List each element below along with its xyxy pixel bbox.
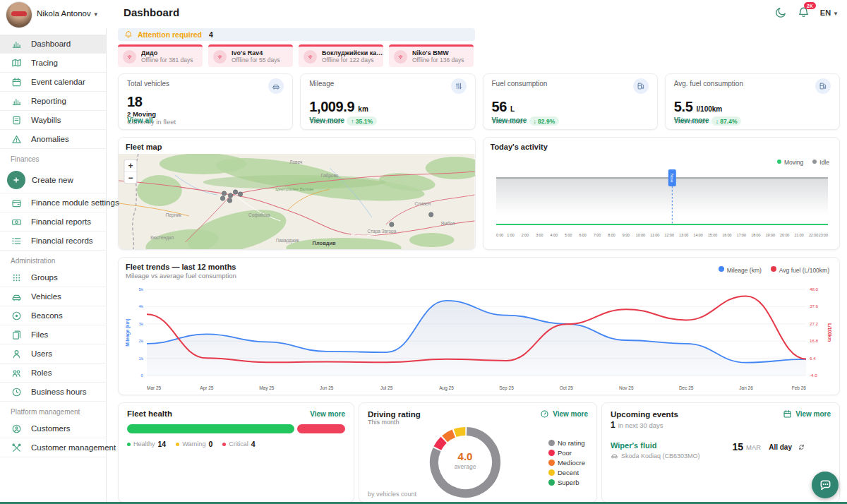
svg-text:Пловдив: Пловдив [313, 240, 336, 246]
sidebar-item-beacons[interactable]: Beacons [0, 306, 106, 325]
svg-text:6:00: 6:00 [579, 233, 586, 237]
calendar-icon [11, 76, 22, 88]
fleet-health-title: Fleet health [127, 409, 172, 418]
sidebar-item-vehicles[interactable]: Vehicles [0, 287, 106, 306]
sidebar-item-roles[interactable]: Roles [0, 364, 106, 383]
wifi-off-icon [304, 50, 317, 64]
svg-text:Mileage (km): Mileage (km) [125, 318, 131, 346]
svg-text:15:00: 15:00 [707, 233, 716, 237]
sidebar-item-users[interactable]: Users [0, 344, 106, 364]
bell-icon [124, 30, 133, 39]
sidebar-item-files[interactable]: Files [0, 325, 106, 344]
sidebar-item-create-new[interactable]: Create new [0, 167, 106, 193]
stat-link-view-more[interactable]: View more [492, 116, 527, 124]
svg-text:Apr 25: Apr 25 [200, 385, 214, 391]
wifi-off-icon [213, 50, 227, 64]
mileage-legend-dot [719, 266, 724, 272]
repeat-icon [798, 443, 805, 451]
rating-donut-chart: 4.0average [428, 426, 502, 499]
plus-icon [7, 171, 25, 189]
language-selector[interactable]: EN▼ [820, 8, 839, 17]
gauge-icon [540, 409, 549, 419]
svg-text:4k: 4k [138, 304, 143, 308]
sidebar-item-event-calendar[interactable]: Event calendar [0, 73, 106, 92]
svg-text:16.8: 16.8 [810, 338, 819, 343]
driving-rating-card: Driving rating View more This month 4.0a… [359, 402, 597, 503]
health-legend-critical: Critical4 [222, 440, 255, 448]
svg-text:6.4: 6.4 [810, 356, 816, 361]
sidebar-item-tracing[interactable]: Tracing [0, 54, 106, 73]
event-when: 15 MAR All day [733, 441, 806, 452]
sidebar-item-finance-module-settings[interactable]: Finance module settings [0, 193, 106, 212]
fleet-health-legend: Healthy14Warning0Critical4 [127, 440, 345, 448]
svg-text:Централен Балкан: Централен Балкан [275, 187, 314, 191]
attention-banner[interactable]: Attention required 4 [118, 28, 475, 41]
sidebar-section-label: Administration [0, 251, 106, 268]
mileage-icon [451, 78, 467, 94]
sidebar-section-label: Platform management [0, 402, 106, 419]
driving-rating-subtitle: This month [359, 419, 596, 426]
svg-text:17:00: 17:00 [736, 233, 745, 237]
svg-text:11:00: 11:00 [650, 233, 659, 237]
moving-legend-dot [777, 160, 781, 164]
sidebar-item-business-hours[interactable]: Business hours [0, 383, 106, 402]
svg-text:0:00: 0:00 [496, 233, 503, 237]
sidebar-item-anomalies[interactable]: Anomalies [0, 130, 106, 149]
event-title-link[interactable]: Wiper's fluid [611, 441, 700, 450]
car-icon [268, 78, 284, 94]
sidebar-item-financial-reports[interactable]: Financial reports [0, 212, 106, 232]
chevron-down-icon: ▼ [93, 11, 99, 18]
sidebar-item-financial-records[interactable]: Financial records [0, 232, 106, 251]
svg-text:Jun 25: Jun 25 [320, 385, 334, 390]
user-menu[interactable]: Nikola Antonov▼ [37, 9, 99, 18]
chat-fab-button[interactable] [812, 472, 839, 498]
svg-text:27.2: 27.2 [810, 321, 819, 326]
driving-rating-title: Driving rating [368, 410, 421, 419]
clock-icon [11, 386, 22, 397]
svg-text:Ловеч: Ловеч [289, 160, 302, 164]
fuel-icon [815, 78, 831, 94]
notifications-bell-icon[interactable]: 2K [798, 6, 810, 18]
dashboard-icon [11, 38, 22, 49]
alert-card-боклуджийски-камион[interactable]: Боклуджийски камионOffline for 122 days [299, 44, 383, 67]
svg-text:4:00: 4:00 [550, 233, 557, 237]
list-icon [11, 235, 22, 246]
wifi-off-icon [123, 50, 136, 64]
stat-link-view-more[interactable]: View more [309, 116, 344, 124]
upcoming-events-view-more-link[interactable]: View more [783, 409, 831, 419]
fleet-health-card: Fleet health View more Healthy14Warning0… [118, 402, 354, 503]
svg-text:Jan 26: Jan 26 [739, 385, 753, 390]
rating-legend-decent: Decent [548, 469, 585, 476]
event-vehicle: Skoda Kodiaq (CB6303MO) [611, 452, 700, 460]
sidebar-item-customer-management[interactable]: Customer management [0, 438, 106, 457]
driving-rating-view-more-link[interactable]: View more [540, 409, 588, 419]
user-avatar[interactable] [6, 1, 32, 28]
sidebar-item-groups[interactable]: Groups [0, 268, 106, 287]
sidebar-item-reporting[interactable]: Reporting [0, 92, 106, 111]
sidebar-item-waybills[interactable]: Waybills [0, 111, 106, 130]
alert-card-дидо[interactable]: ДидоOffline for 381 days [118, 44, 203, 67]
calendar-icon [783, 409, 792, 419]
svg-text:Габрово: Габрово [321, 173, 339, 179]
sidebar-section-label: Finances [0, 149, 106, 167]
svg-text:Oct 25: Oct 25 [560, 385, 574, 390]
svg-text:22:00: 22:00 [808, 233, 817, 237]
fleet-health-view-more-link[interactable]: View more [310, 410, 345, 418]
stat-card-fuel-consumption: Fuel consumption56 LThis month ↓ 82.9%Vi… [483, 73, 658, 130]
stat-link-view-more[interactable]: View more [674, 116, 709, 124]
svg-text:Софийска: Софийска [248, 212, 270, 218]
stat-link-view-all[interactable]: View all [127, 116, 153, 124]
svg-text:May 25: May 25 [259, 385, 275, 391]
svg-text:Пазарджик: Пазарджик [276, 238, 299, 244]
tools-icon [11, 442, 22, 453]
svg-text:14:00: 14:00 [693, 233, 702, 237]
fleet-map[interactable]: ЛовечГабровоПерникСофийскаКюстендилЦентр… [119, 154, 475, 250]
svg-text:Сливен: Сливен [414, 201, 431, 206]
sidebar-item-customers[interactable]: Customers [0, 419, 106, 438]
svg-text:+: + [128, 161, 133, 171]
alert-card-ivo-s-rav4[interactable]: Ivo's Rav4Offline for 55 days [208, 44, 293, 67]
sidebar-item-dashboard[interactable]: Dashboard [0, 35, 106, 54]
stat-card-total-vehicles: Total vehicles182 MovingCurrently in fle… [118, 73, 293, 130]
alert-card-niko-s-bmw[interactable]: Niko's BMWOffline for 136 days [389, 44, 474, 67]
dark-mode-moon-icon[interactable] [775, 6, 787, 18]
